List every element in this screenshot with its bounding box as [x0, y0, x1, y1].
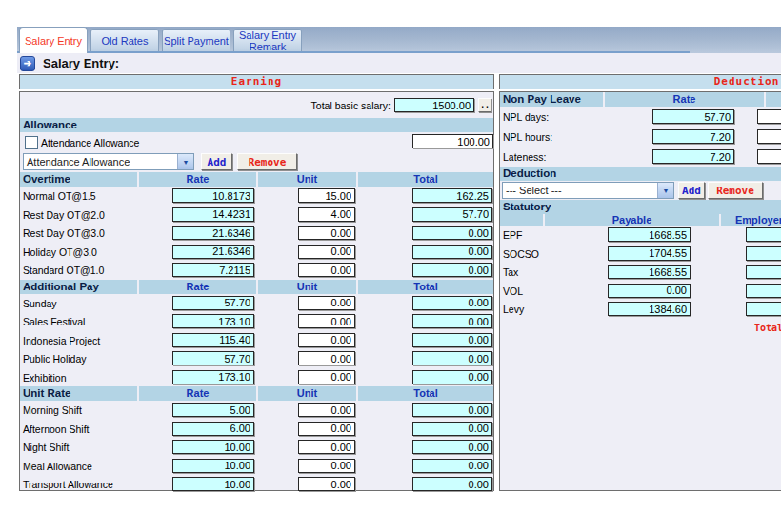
- allowance-select-value: Attendance Allowance: [24, 156, 177, 167]
- earning-table-row: Afternoon Shift: [20, 420, 493, 439]
- rate-column-header: Rate: [139, 386, 256, 401]
- tab-salary-entry[interactable]: Salary Entry: [19, 27, 88, 53]
- unit-input[interactable]: [298, 188, 355, 203]
- total-input[interactable]: [412, 477, 492, 491]
- payable-input[interactable]: [608, 246, 691, 261]
- employer-input[interactable]: [746, 302, 781, 316]
- payable-input[interactable]: [608, 302, 691, 316]
- allowance-add-button[interactable]: Add: [201, 153, 232, 170]
- rate-input[interactable]: [172, 263, 254, 277]
- total-input[interactable]: [412, 351, 492, 365]
- employer-input[interactable]: [746, 227, 781, 242]
- deduction-panel-title: Deduction: [499, 74, 781, 89]
- tab-old-rates[interactable]: Old Rates: [90, 29, 159, 51]
- npl-rate-input[interactable]: [652, 129, 734, 144]
- total-input[interactable]: [412, 333, 492, 347]
- section-header-bar: Additional Pay Rate Unit Total: [20, 280, 493, 294]
- total-input[interactable]: [412, 263, 492, 277]
- npl-amount-input[interactable]: [757, 149, 781, 164]
- rate-input[interactable]: [172, 403, 254, 417]
- payable-input[interactable]: [608, 227, 691, 242]
- total-input[interactable]: [412, 370, 492, 384]
- total-input[interactable]: [412, 245, 492, 259]
- rate-input[interactable]: [172, 440, 254, 454]
- section-header-bar: Overtime Rate Unit Total: [20, 172, 493, 187]
- rate-input[interactable]: [172, 226, 254, 240]
- unit-input[interactable]: [298, 422, 355, 436]
- rate-input[interactable]: [172, 459, 254, 473]
- unit-input[interactable]: [298, 440, 355, 454]
- allowance-select[interactable]: Attendance Allowance ▼: [23, 153, 194, 170]
- rate-input[interactable]: [172, 207, 254, 222]
- total-input[interactable]: [412, 226, 492, 240]
- payable-input[interactable]: [608, 265, 691, 279]
- unit-input[interactable]: [298, 263, 355, 277]
- total-column-header: Total: [358, 280, 493, 294]
- row-label: NPL days:: [503, 111, 549, 123]
- employer-input[interactable]: [746, 246, 781, 261]
- total-column-header: Total: [358, 172, 493, 187]
- total-input[interactable]: [412, 296, 492, 310]
- statutory-table-row: EPF: [500, 226, 781, 245]
- tab-salary-entry-remark[interactable]: Salary Entry Remark: [233, 29, 302, 51]
- rate-input[interactable]: [172, 370, 254, 384]
- unit-input[interactable]: [298, 226, 355, 240]
- rate-input[interactable]: [172, 422, 254, 436]
- earning-table-row: Sales Festival: [20, 312, 493, 331]
- chevron-down-icon[interactable]: ▼: [177, 154, 193, 169]
- rate-input[interactable]: [172, 477, 254, 491]
- attendance-allowance-checkbox[interactable]: [25, 136, 38, 149]
- earning-table-row: Rest Day OT@2.0: [20, 206, 493, 225]
- total-input[interactable]: [412, 314, 492, 328]
- npl-rate-input[interactable]: [652, 149, 734, 164]
- rate-input[interactable]: [172, 296, 254, 310]
- payable-input[interactable]: [608, 284, 691, 298]
- unit-input[interactable]: [298, 245, 355, 259]
- rate-input[interactable]: [172, 351, 254, 365]
- rate-input[interactable]: [172, 333, 254, 347]
- npl-amount-input[interactable]: [757, 129, 781, 144]
- row-label: Transport Allowance: [23, 479, 113, 490]
- unit-input[interactable]: [298, 370, 355, 384]
- rate-input[interactable]: [172, 188, 254, 203]
- allowance-amount-input[interactable]: [412, 134, 493, 148]
- unit-input[interactable]: [298, 296, 355, 310]
- row-label: Holiday OT@3.0: [23, 246, 97, 258]
- npl-rate-input[interactable]: [652, 109, 734, 124]
- row-label: Public Holiday: [23, 353, 87, 365]
- earning-table-row: Meal Allowance: [20, 457, 493, 476]
- total-input[interactable]: [412, 188, 492, 203]
- deduction-add-button[interactable]: Add: [678, 182, 705, 199]
- total-input[interactable]: [412, 422, 492, 436]
- total-input[interactable]: [412, 440, 492, 454]
- npl-amount-input[interactable]: [757, 109, 781, 124]
- employer-column-header: Employer: [721, 214, 781, 226]
- total-input[interactable]: [412, 459, 492, 473]
- chevron-down-icon[interactable]: ▼: [657, 183, 673, 198]
- allowance-picker-row: Attendance Allowance ▼ Add Remove: [20, 151, 493, 172]
- earning-table-row: Indonesia Project: [20, 331, 493, 350]
- row-label: Rest Day OT@3.0: [23, 227, 105, 239]
- unit-input[interactable]: [298, 459, 355, 473]
- unit-input[interactable]: [298, 314, 355, 328]
- basic-salary-input[interactable]: [394, 98, 474, 112]
- unit-input[interactable]: [298, 207, 355, 222]
- tab-split-payment[interactable]: Split Payment: [162, 29, 230, 51]
- total-column-header: Total: [358, 386, 493, 401]
- unit-input[interactable]: [298, 403, 355, 417]
- basic-salary-browse-button[interactable]: ..: [478, 98, 491, 112]
- unit-input[interactable]: [298, 477, 355, 491]
- unit-input[interactable]: [298, 351, 355, 365]
- deduction-remove-button[interactable]: Remove: [708, 182, 763, 199]
- rate-input[interactable]: [172, 314, 254, 328]
- rate-input[interactable]: [172, 245, 254, 259]
- row-label: Levy: [503, 304, 524, 315]
- total-input[interactable]: [412, 207, 492, 222]
- employer-input[interactable]: [746, 284, 781, 298]
- allowance-remove-button[interactable]: Remove: [237, 153, 297, 170]
- unit-input[interactable]: [298, 333, 355, 347]
- deduction-select[interactable]: --- Select --- ▼: [502, 182, 674, 199]
- employer-input[interactable]: [746, 265, 781, 279]
- total-input[interactable]: [412, 403, 492, 417]
- section-header: Unit Rate: [20, 386, 137, 401]
